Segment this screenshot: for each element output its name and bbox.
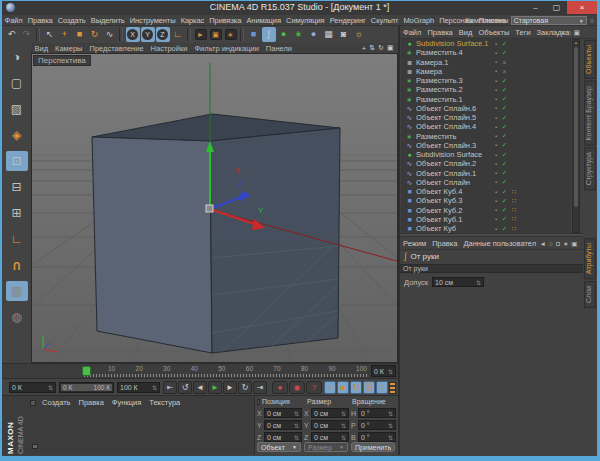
keyframe-selection-icon[interactable] xyxy=(389,382,396,394)
playhead[interactable] xyxy=(82,366,91,376)
undo-button[interactable]: ↶ xyxy=(5,27,19,42)
enable-state-icon[interactable]: ✓ xyxy=(500,197,509,205)
gizmo-origin-handle[interactable] xyxy=(206,205,213,212)
enable-state-icon[interactable]: ✓ xyxy=(500,206,509,214)
object-row[interactable]: ∿ Объект Сплайн.5 ▪ ✓ xyxy=(401,113,571,122)
stepper-icon[interactable]: ⇅ xyxy=(474,279,481,286)
panel-icon[interactable]: ▣ xyxy=(572,29,581,37)
object-manager-menu-item[interactable]: Теги xyxy=(512,28,533,37)
object-name[interactable]: Объект Сплайн.5 xyxy=(416,113,492,122)
menu-item[interactable]: Файл xyxy=(2,16,25,25)
object-row[interactable]: ∗ Разместить ▪ ✓ xyxy=(401,132,571,141)
layer-toggle-icon[interactable]: ▪ xyxy=(492,105,500,111)
menu-item[interactable]: Анимация xyxy=(244,16,284,25)
scale-tool[interactable]: ■ xyxy=(73,27,87,42)
viewport-menu-item[interactable]: Настройки xyxy=(147,44,191,53)
add-camera-button[interactable]: ◙ xyxy=(337,27,351,42)
viewport-view-label[interactable]: Перспектива xyxy=(33,55,91,66)
lock-workplane-button[interactable]: ▦ xyxy=(6,281,28,301)
enable-state-icon[interactable]: ✓ xyxy=(500,86,509,94)
pan-view-icon[interactable]: + xyxy=(361,45,368,52)
object-row[interactable]: ■ Объект Куб.4 ▪ ✓ ∷ xyxy=(401,187,571,196)
object-name[interactable]: Объект Сплайн.6 xyxy=(416,104,492,113)
previous-key-button[interactable]: ↺ xyxy=(178,381,192,394)
maximize-button[interactable]: ▢ xyxy=(546,1,567,14)
object-row[interactable]: ◙ Камера ▪ × xyxy=(401,67,571,76)
goto-end-button[interactable]: ⇥ xyxy=(253,381,267,394)
search-icon[interactable]: ○ xyxy=(589,17,595,24)
object-name[interactable]: Объект Сплайн xyxy=(416,178,492,187)
object-name[interactable]: Объект Сплайн.1 xyxy=(416,169,492,178)
add-light-button[interactable]: ☼ xyxy=(352,27,366,42)
make-editable-button[interactable]: ◑ xyxy=(6,47,28,67)
end-frame-field[interactable]: 100 К ⇅ xyxy=(117,382,160,393)
stepper-icon[interactable]: ⇅ xyxy=(292,410,299,417)
enable-state-icon[interactable]: ✓ xyxy=(500,40,509,48)
object-name[interactable]: Subdivision Surface xyxy=(416,150,492,159)
object-name[interactable]: Объект Куб.3 xyxy=(416,196,492,205)
render-picture-viewer-button[interactable]: ▣ xyxy=(209,27,223,42)
layer-toggle-icon[interactable]: ▪ xyxy=(492,133,500,139)
object-mode-dropdown[interactable]: Объект ▼ xyxy=(257,442,301,452)
attribute-section-header[interactable]: От руки xyxy=(400,264,583,273)
layer-toggle-icon[interactable]: ▪ xyxy=(492,161,500,167)
object-name[interactable]: Камера xyxy=(416,67,492,76)
model-mode-button[interactable]: ▢ xyxy=(6,73,28,93)
play-button[interactable]: ► xyxy=(208,381,222,394)
menu-item[interactable]: Выделить xyxy=(88,16,127,25)
enable-state-icon[interactable]: ✓ xyxy=(500,104,509,112)
layer-toggle-icon[interactable]: ▪ xyxy=(492,207,500,213)
separator[interactable] xyxy=(36,28,40,41)
object-row[interactable]: ■ Объект Куб.2 ▪ ✓ ∷ xyxy=(401,206,571,215)
next-key-button[interactable]: ↻ xyxy=(238,381,252,394)
autokey-button[interactable]: ◉ xyxy=(289,381,305,394)
object-row[interactable]: ∿ Объект Сплайн.4 ▪ ✓ xyxy=(401,122,571,131)
enable-state-icon[interactable]: ✓ xyxy=(500,49,509,57)
phong-tag-icon[interactable]: ∷ xyxy=(509,206,519,214)
points-mode-button[interactable]: ⊡ xyxy=(6,151,28,171)
attribute-menu-item[interactable]: Правка xyxy=(429,239,460,248)
position-field[interactable]: 0 см⇅ xyxy=(264,420,302,430)
layer-toggle-icon[interactable]: ▪ xyxy=(492,87,500,93)
manager-tab[interactable]: Структура xyxy=(584,147,596,190)
enable-axis-button[interactable]: ∟ xyxy=(6,229,28,249)
object-manager-menu-item[interactable]: Объекты xyxy=(475,28,512,37)
position-field[interactable]: 0 см⇅ xyxy=(264,408,302,418)
scrollbar-thumb[interactable] xyxy=(574,47,578,207)
menu-item[interactable]: Инструменты xyxy=(127,16,178,25)
layer-toggle-icon[interactable]: ▪ xyxy=(492,152,500,158)
record-point-level-toggle[interactable]: ∷ xyxy=(376,381,388,394)
attribute-menu-item[interactable]: Данные пользовател xyxy=(460,239,539,248)
enable-state-icon[interactable]: ✓ xyxy=(500,215,509,223)
stepper-icon[interactable]: ⇅ xyxy=(46,384,53,391)
object-row[interactable]: ∿ Объект Сплайн ▪ ✓ xyxy=(401,178,571,187)
keyframe-options-button[interactable]: ? xyxy=(306,381,322,394)
close-button[interactable]: × xyxy=(567,1,597,14)
phong-tag-icon[interactable]: ∷ xyxy=(509,225,519,233)
stepper-icon[interactable]: ⇅ xyxy=(339,434,346,441)
layer-toggle-icon[interactable]: ▪ xyxy=(492,142,500,148)
previous-frame-button[interactable]: ◄ xyxy=(193,381,207,394)
object-name[interactable]: Разместить.2 xyxy=(416,85,492,94)
size-field[interactable]: 0 см⇅ xyxy=(311,408,349,418)
add-deformer-button[interactable]: ● xyxy=(307,27,321,42)
workplane-mode-button[interactable]: ◈ xyxy=(6,125,28,145)
add-generator-button[interactable]: ∗ xyxy=(292,27,306,42)
pick-arrow-icon[interactable]: ◄ xyxy=(538,240,547,247)
rotate-tool[interactable]: ↻ xyxy=(88,27,102,42)
enable-state-icon[interactable]: ✓ xyxy=(500,160,509,168)
object-manager-menu-item[interactable]: Файл xyxy=(400,28,424,37)
size-mode-dropdown[interactable]: Размер ▼ xyxy=(304,442,348,452)
viewport-menu-item[interactable]: Камеры xyxy=(52,44,86,53)
lock-y-axis-button[interactable]: Y xyxy=(141,27,155,42)
object-row[interactable]: ∿ Объект Сплайн.6 ▪ ✓ xyxy=(401,104,571,113)
position-field[interactable]: 0 см⇅ xyxy=(264,432,302,442)
object-name[interactable]: Объект Куб.2 xyxy=(416,206,492,215)
object-name[interactable]: Объект Куб.1 xyxy=(416,215,492,224)
viewport-menu-item[interactable]: Вид xyxy=(31,44,52,53)
stepper-icon[interactable]: ⇅ xyxy=(386,434,393,441)
stepper-icon[interactable]: ⇅ xyxy=(386,422,393,429)
viewport-menu-item[interactable]: Фильтр индикации xyxy=(191,44,262,53)
enable-snap-button[interactable]: U xyxy=(6,255,28,275)
viewport-canvas[interactable]: X Z Y xyxy=(31,53,398,363)
